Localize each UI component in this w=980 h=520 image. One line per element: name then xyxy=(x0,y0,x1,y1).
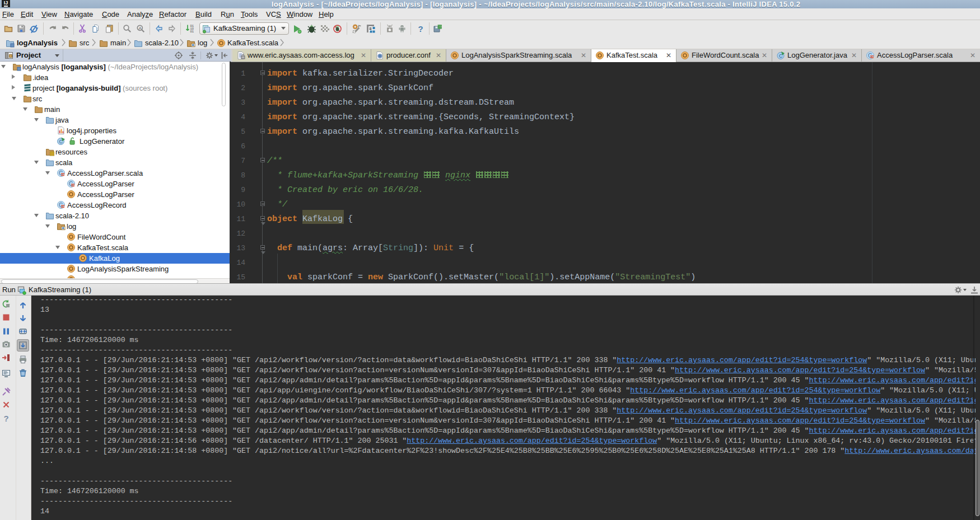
svg-text:A: A xyxy=(139,26,142,31)
svg-text:01: 01 xyxy=(190,30,194,33)
svg-text:?: ? xyxy=(418,24,423,33)
svg-text:?: ? xyxy=(4,414,9,423)
